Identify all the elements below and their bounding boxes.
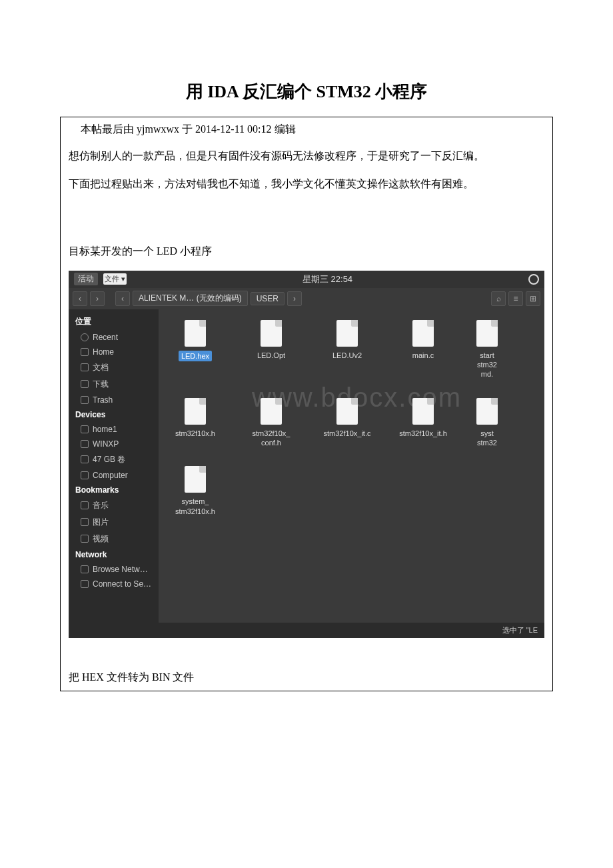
nav-back[interactable]: ‹ [73,291,87,306]
nav-back-2[interactable]: ‹ [115,291,130,306]
activities-button[interactable]: 活动 [74,273,98,285]
file-manager-screenshot: 活动 文件 ▾ 星期三 22:54 ‹ › ‹ ALIENTEK M… (无效的… [69,271,544,638]
file-label: main.c [412,351,434,360]
sidebar-browse-network[interactable]: Browse Netw… [69,562,159,577]
disk-icon [81,440,89,448]
sidebar-computer[interactable]: Computer [69,468,159,483]
network-icon [81,565,89,573]
toolbar: ‹ › ‹ ALIENTEK M… (无效的编码) USER › ⌕ ≡ ⊞ [69,288,544,309]
paragraph-4: 把 HEX 文件转为 BIN 文件 [61,663,552,691]
file-led-uv2[interactable]: LED.Uv2 [318,320,376,379]
clock: 星期三 22:54 [127,273,528,285]
disk-icon [81,425,89,433]
file-label: start stm32 md. [470,351,504,379]
spacer [61,197,552,237]
file-led-hex[interactable]: LED.hex [167,320,224,379]
post-meta: 本帖最后由 yjmwxwx 于 2014-12-11 00:12 编辑 [61,117,552,142]
search-icon[interactable]: ⌕ [491,291,506,306]
sidebar-home1[interactable]: home1 [69,422,159,437]
recent-icon [81,333,89,341]
page-title: 用 IDA 反汇编个 STM32 小程序 [0,80,613,103]
breadcrumb-2[interactable]: USER [251,292,285,305]
file-label: stm32f10x.h [175,429,215,438]
sidebar-docs[interactable]: 文档 [69,359,159,376]
file-system-stm32f10x-h[interactable]: system_ stm32f10x.h [167,466,224,516]
label: Home [93,347,114,357]
bookmarks-header: Bookmarks [69,483,159,497]
docs-icon [81,363,89,371]
label: 音乐 [93,500,109,511]
label: 下载 [93,379,109,390]
label: 47 GB 卷 [93,454,125,465]
file-icon [336,398,358,425]
power-icon[interactable] [528,274,539,285]
files-app-indicator[interactable]: 文件 ▾ [103,273,127,285]
folder-icon [81,501,89,509]
file-icon [261,320,282,347]
nav-forward[interactable]: › [90,291,105,306]
label: Connect to Se… [93,579,151,589]
file-label: syst stm32 [470,429,504,448]
sidebar-pictures[interactable]: 图片 [69,514,159,531]
label: 图片 [93,517,109,528]
disk-icon [81,471,89,479]
file-icon [261,398,282,425]
file-stm32f10x-h[interactable]: stm32f10x.h [167,398,224,448]
nav-next[interactable]: › [287,291,302,306]
gnome-top-panel: 活动 文件 ▾ 星期三 22:54 [69,271,544,288]
label: Computer [93,471,128,480]
sidebar-home[interactable]: Home [69,345,159,359]
sidebar-download[interactable]: 下载 [69,376,159,393]
file-label: LED.hex [179,351,212,361]
file-label: system_ stm32f10x.h [167,497,224,516]
sidebar-47gb[interactable]: 47 GB 卷 [69,451,159,468]
label: home1 [93,425,117,434]
sidebar-videos[interactable]: 视频 [69,531,159,547]
file-grid[interactable]: www.bdocx.com LED.hex LED.Opt LED.Uv2 ma… [159,309,544,623]
file-stm32f10x-it-c[interactable]: stm32f10x_it.c [318,398,376,448]
paragraph-3: 目标某开发的一个 LED 小程序 [61,237,552,265]
file-icon [412,398,434,425]
list-view-icon[interactable]: ≡ [508,291,523,306]
paragraph-2: 下面把过程贴出来，方法对错我也不知道，我小学文化不懂英文操作这款软件有困难。 [61,170,552,198]
label: Browse Netw… [93,565,148,574]
file-icon [185,466,206,493]
file-label: stm32f10x_ conf.h [243,429,300,448]
file-label: LED.Uv2 [332,351,362,360]
breadcrumb-1[interactable]: ALIENTEK M… (无效的编码) [133,291,248,306]
file-icon [185,320,206,347]
home-icon [81,348,89,356]
file-stm32f10x-conf-h[interactable]: stm32f10x_ conf.h [243,398,300,448]
file-main-c[interactable]: main.c [394,320,452,379]
file-icon [185,398,206,425]
file-stm32f10x-it-h[interactable]: stm32f10x_it.h [394,398,452,448]
trash-icon [81,396,89,404]
folder-icon [81,535,89,543]
file-icon [336,320,358,347]
devices-header: Devices [69,407,159,422]
file-label: LED.Opt [257,351,285,360]
sidebar-winxp[interactable]: WINXP [69,437,159,451]
sidebar-connect-server[interactable]: Connect to Se… [69,577,159,591]
file-label: stm32f10x_it.h [399,429,447,438]
file-icon [476,398,498,425]
sidebar-recent[interactable]: Recent [69,330,159,345]
file-start-stm32[interactable]: start stm32 md. [470,320,504,379]
file-label: stm32f10x_it.c [324,429,371,438]
paragraph-1: 想仿制别人的一款产品，但是只有固件没有源码无法修改程序，于是研究了一下反汇编。 [61,142,552,170]
file-icon [476,320,498,347]
file-syst-stm32[interactable]: syst stm32 [470,398,504,448]
disk-icon [81,455,89,463]
places-header: 位置 [69,313,159,330]
label: Recent [93,333,118,342]
grid-view-icon[interactable]: ⊞ [526,291,540,306]
sidebar-music[interactable]: 音乐 [69,497,159,514]
content-box: 本帖最后由 yjmwxwx 于 2014-12-11 00:12 编辑 想仿制别… [60,117,553,691]
network-icon [81,580,89,588]
download-icon [81,380,89,388]
file-led-opt[interactable]: LED.Opt [243,320,300,379]
label: 文档 [93,362,109,373]
file-icon [412,320,434,347]
network-header: Network [69,547,159,562]
sidebar-trash[interactable]: Trash [69,393,159,407]
